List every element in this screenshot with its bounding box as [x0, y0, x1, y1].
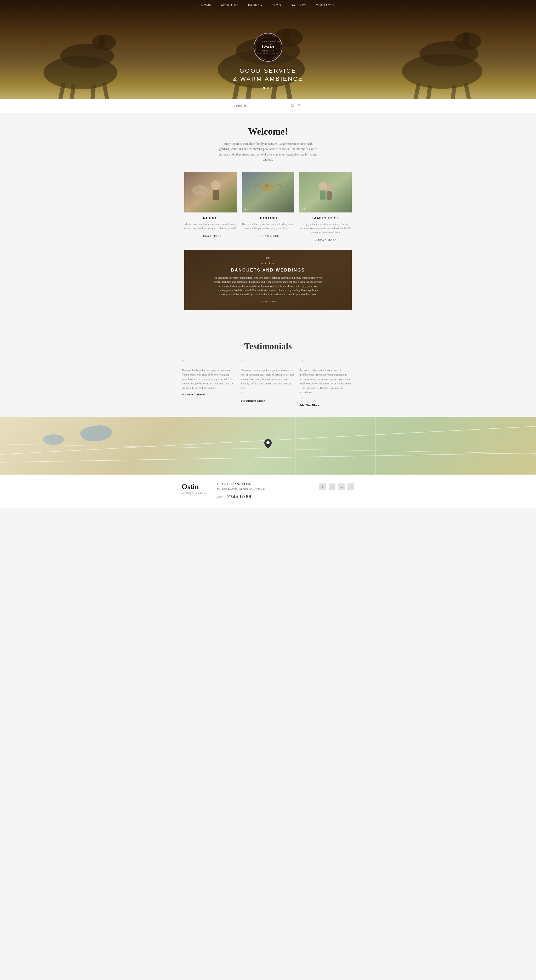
- svg-rect-39: [327, 191, 332, 200]
- footer-phone: (800) 2345 6789: [217, 493, 309, 500]
- welcome-section: Welcome! Enjoy the most complete family …: [0, 113, 536, 328]
- svg-point-36: [319, 182, 327, 191]
- svg-line-21: [428, 85, 430, 99]
- social-twitter[interactable]: t: [348, 484, 354, 490]
- card-hunting: 02/ HUNTING Discover all secrets of hunt…: [239, 172, 297, 242]
- footer-address-block: USA – LOS ANGELES, 901 East E Street, Wi…: [217, 482, 309, 500]
- svg-point-45: [266, 441, 270, 444]
- testimonial-2: " This resort is a must go for anyone wh…: [241, 359, 295, 407]
- card-riding: 01/ RIDING Master new riding techniques …: [182, 172, 239, 242]
- card-family-title: FAMILY REST: [299, 216, 352, 220]
- card-hunting-num: 02/: [244, 207, 248, 210]
- footer-address: 901 East E Street, Wilmington, CA 90744: [217, 487, 309, 491]
- testimonials-row: " The tone that is set for the organizat…: [182, 359, 354, 407]
- banquet-stars: ★★★★: [213, 261, 323, 265]
- svg-point-34: [265, 184, 269, 188]
- hero-logo: BIG TEXAS RANCHO Ostin SINCE 1952 HORSEB…: [254, 33, 282, 62]
- svg-rect-27: [184, 172, 237, 212]
- social-googleplus[interactable]: g+: [329, 484, 335, 490]
- banquet-content: 04/ ★★★★ BANQUETS AND WEDDINGS We specia…: [208, 251, 328, 309]
- search-input[interactable]: [235, 103, 287, 109]
- card-riding-image: 01/: [184, 172, 237, 212]
- hero-section: BIG TEXAS RANCHO Ostin SINCE 1952 HORSEB…: [0, 0, 536, 99]
- nav-blog[interactable]: BLOG: [272, 4, 281, 7]
- banquet-read-more[interactable]: READ MORE: [259, 300, 278, 303]
- chevron-down-icon: ▾: [261, 4, 262, 6]
- quote-open-icon-2: ": [241, 359, 295, 366]
- footer-phone-area: (800): [217, 495, 225, 499]
- hero-dots[interactable]: [233, 87, 303, 89]
- card-family-desc: Enjoy a family vacation or holiday, fitn…: [299, 222, 352, 235]
- dot-2[interactable]: [267, 87, 269, 89]
- footer-phone-number: 2345 6789: [227, 493, 252, 500]
- testimonial-3: " It's not too often that you see a team…: [300, 359, 354, 407]
- social-facebook[interactable]: f: [319, 484, 326, 490]
- card-family-link[interactable]: READ MORE: [314, 239, 337, 242]
- nav-home[interactable]: HOME: [201, 4, 212, 7]
- svg-line-23: [466, 83, 469, 100]
- card-family-image: 03/: [299, 172, 352, 212]
- banquet-num: 04/: [213, 256, 323, 259]
- user-icon[interactable]: [297, 104, 301, 108]
- banquet-section: 04/ ★★★★ BANQUETS AND WEDDINGS We specia…: [184, 250, 352, 310]
- svg-rect-29: [195, 186, 198, 193]
- svg-line-7: [104, 83, 107, 99]
- card-hunting-link[interactable]: READ MORE: [257, 235, 279, 237]
- footer-city: USA – LOS ANGELES,: [217, 482, 309, 485]
- card-hunting-title: HUNTING: [242, 216, 294, 220]
- quote-open-icon-3: ": [300, 359, 354, 366]
- nav-pages[interactable]: PAGES: [248, 4, 260, 7]
- card-riding-num: 01/: [187, 207, 190, 210]
- testimonial-3-author: Mr. Piter Black: [300, 404, 354, 407]
- search-icon[interactable]: [290, 104, 294, 108]
- svg-point-28: [192, 185, 208, 196]
- welcome-description: Enjoy the most complete family adventure…: [219, 141, 317, 162]
- map-pin: [264, 439, 272, 450]
- navigation: HOME ABOUT US PAGES ▾ BLOG GALLERY CONTA…: [0, 0, 536, 10]
- hero-tagline: GOOD SERVICE& WARM AMBIENCE: [233, 67, 303, 83]
- testimonial-2-author: Mr. Richard Nelson: [241, 399, 295, 402]
- dot-1[interactable]: [263, 87, 265, 89]
- quote-close-icon: ": [241, 393, 295, 396]
- nav-about[interactable]: ABOUT US: [221, 4, 239, 7]
- card-family: 03/ FAMILY REST Enjoy a family vacation …: [297, 172, 354, 242]
- card-hunting-image: 02/: [242, 172, 294, 212]
- banquet-description: We specialize in events ranging from 16 …: [213, 276, 323, 297]
- card-riding-title: RIDING: [184, 216, 237, 220]
- footer-logo-name: Ostin: [182, 482, 207, 491]
- welcome-title: Welcome!: [5, 126, 531, 137]
- testimonials-section: Testimonials " The tone that is set for …: [0, 328, 536, 417]
- search-bar: [0, 99, 536, 113]
- svg-line-5: [72, 85, 74, 99]
- dot-3[interactable]: [271, 87, 273, 89]
- testimonial-1-author: Mr. John Anderson: [182, 393, 236, 396]
- svg-rect-38: [320, 191, 325, 200]
- testimonial-1-text: The tone that is set for the organizatio…: [182, 368, 236, 390]
- svg-rect-32: [242, 172, 294, 212]
- quote-close-icon-3: ": [300, 397, 354, 401]
- testimonial-2-text: This resort is a must go for anyone who …: [241, 368, 295, 390]
- svg-line-6: [93, 85, 94, 99]
- testimonials-title: Testimonials: [5, 341, 531, 351]
- testimonial-3-text: It's not too often that you see a team o…: [300, 368, 354, 395]
- svg-point-24: [291, 104, 294, 107]
- service-cards: 01/ RIDING Master new riding techniques …: [182, 172, 354, 242]
- svg-point-37: [327, 184, 334, 191]
- svg-rect-3: [99, 36, 105, 48]
- map-section: [0, 417, 536, 474]
- card-hunting-desc: Discover all secrets of hunting and fowl…: [242, 222, 294, 231]
- card-riding-desc: Master new riding techniques and open th…: [184, 222, 237, 231]
- social-linkedin[interactable]: in: [338, 484, 345, 490]
- card-family-num: 03/: [302, 207, 305, 210]
- svg-line-20: [415, 83, 419, 100]
- svg-line-22: [453, 85, 454, 99]
- footer-brand: Ostin © 2016 | Privacy Policy: [182, 482, 207, 495]
- svg-rect-19: [463, 32, 469, 45]
- card-riding-link[interactable]: READ MORE: [199, 235, 222, 237]
- footer-social: f g+ in t: [319, 482, 354, 490]
- hero-content: BIG TEXAS RANCHO Ostin SINCE 1952 HORSEB…: [233, 33, 303, 89]
- nav-contacts[interactable]: CONTACTS: [316, 4, 335, 7]
- svg-point-26: [298, 104, 300, 105]
- banquet-title: BANQUETS AND WEDDINGS: [213, 268, 323, 272]
- nav-gallery[interactable]: GALLERY: [290, 4, 306, 7]
